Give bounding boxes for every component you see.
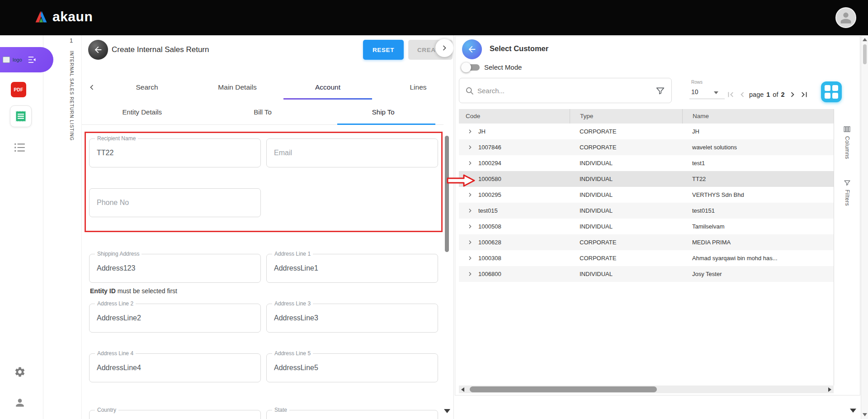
customer-table-row[interactable]: 1000308 CORPORATE Ahmad syarqawi bin moh…	[459, 250, 834, 266]
customer-table-header: Code Type Name	[459, 109, 834, 124]
email-input[interactable]	[267, 139, 438, 167]
row-expand-chevron[interactable]	[467, 129, 473, 134]
address-line-4-input[interactable]	[90, 354, 260, 382]
address-line-2-input[interactable]	[90, 304, 260, 332]
scroll-right-arrow[interactable]	[828, 387, 831, 392]
customer-table-row[interactable]: 1007846 CORPORATE wavelet solutions	[459, 139, 834, 155]
sidebar-logo-pill[interactable]: logo	[0, 47, 53, 72]
cell-code: 1000294	[478, 155, 501, 171]
subtab-entity-details[interactable]: Entity Details	[82, 100, 203, 124]
country-input[interactable]	[90, 410, 260, 419]
customer-table-row[interactable]: 1000508 INDIVIDUAL Tamilselvam	[459, 219, 834, 234]
reset-button[interactable]: RESET	[363, 40, 404, 60]
tab-lines[interactable]: Lines	[373, 75, 454, 100]
row-expand-chevron[interactable]	[467, 271, 473, 277]
subtab-ship-to[interactable]: Ship To	[323, 100, 443, 124]
horizontal-scroll-thumb[interactable]	[470, 386, 657, 392]
scroll-left-arrow[interactable]	[461, 387, 464, 392]
cell-type: CORPORATE	[570, 234, 682, 250]
filter-icon[interactable]	[656, 86, 665, 97]
scroll-up-arrow[interactable]	[863, 38, 867, 41]
tab-search[interactable]: Search	[102, 75, 192, 100]
row-expand-chevron[interactable]	[467, 144, 473, 150]
select-mode-toggle[interactable]	[462, 62, 481, 73]
subtab-bill-to[interactable]: Bill To	[203, 100, 323, 124]
row-expand-chevron[interactable]	[467, 192, 473, 198]
customer-table-body: JH CORPORATE JH 1007846 CORPORATE wavele…	[459, 124, 834, 282]
row-expand-chevron[interactable]	[467, 224, 473, 229]
row-expand-chevron[interactable]	[467, 208, 473, 214]
sidebar-item-pdf[interactable]: PDF	[11, 82, 26, 97]
brand[interactable]: akaun	[34, 9, 93, 24]
phone-input[interactable]	[90, 189, 260, 217]
header-type[interactable]: Type	[570, 109, 682, 124]
cell-name: JH	[682, 124, 834, 139]
state-field: State	[266, 410, 438, 419]
topbar: akaun	[0, 0, 868, 35]
grid-icon	[825, 85, 838, 99]
cell-type: INDIVIDUAL	[570, 187, 682, 203]
customer-table-row[interactable]: 1006800 INDIVIDUAL Josy Tester	[459, 266, 834, 282]
customer-table-row[interactable]: test015 INDIVIDUAL test0151	[459, 203, 834, 219]
tab-account[interactable]: Account	[283, 75, 373, 100]
form-vertical-scrollbar[interactable]	[445, 136, 449, 252]
previous-page-button[interactable]	[736, 89, 748, 100]
cell-type: INDIVIDUAL	[570, 219, 682, 234]
form-scroll-down-arrow[interactable]	[444, 409, 450, 413]
shipping-address-input[interactable]	[90, 254, 260, 282]
grid-view-button[interactable]	[821, 81, 842, 102]
panel-scroll-down-arrow[interactable]	[850, 409, 856, 413]
row-expand-chevron[interactable]	[467, 239, 473, 245]
brand-name: akaun	[52, 9, 93, 24]
sidebar-item-profile[interactable]	[14, 396, 26, 409]
tabs-scroll-right-button[interactable]	[435, 39, 453, 57]
document-tab-label: INTERNAL SALES RETURN LISTING	[69, 51, 74, 141]
sidebar-item-billing[interactable]	[10, 105, 32, 127]
scroll-down-arrow[interactable]	[863, 413, 867, 416]
left-sidebar: logo PDF	[0, 35, 43, 419]
filters-button[interactable]: Filters	[834, 179, 860, 206]
tab-main-details[interactable]: Main Details	[192, 75, 283, 100]
page-vertical-scrollbar[interactable]	[861, 35, 868, 419]
tabs-scroll-left-icon[interactable]	[82, 75, 102, 100]
table-horizontal-scrollbar[interactable]	[459, 386, 834, 393]
sidebar-item-listing[interactable]	[14, 142, 26, 153]
select-mode-label: Select Mode	[484, 63, 522, 71]
next-page-button[interactable]	[787, 89, 798, 100]
phone-field	[89, 188, 261, 217]
recipient-name-input[interactable]	[90, 139, 260, 167]
rows-per-page-select[interactable]: Rows 10	[689, 80, 726, 99]
customer-back-button[interactable]	[462, 39, 482, 59]
cell-name: wavelet solutions	[682, 139, 834, 155]
cell-type: CORPORATE	[570, 139, 682, 155]
row-expand-chevron[interactable]	[467, 176, 473, 182]
last-page-button[interactable]	[798, 89, 810, 100]
user-avatar[interactable]	[835, 7, 856, 28]
row-expand-chevron[interactable]	[467, 160, 473, 166]
app-root: akaun logo PDF	[0, 0, 868, 419]
address-line-1-input[interactable]	[267, 254, 438, 282]
page-scroll-thumb[interactable]	[863, 44, 867, 64]
of-word: of	[773, 91, 778, 98]
customer-table-row[interactable]: 1000294 INDIVIDUAL test1	[459, 155, 834, 171]
row-expand-chevron[interactable]	[467, 255, 473, 261]
customer-table-row[interactable]: 1000295 INDIVIDUAL VERTHYS Sdn Bhd	[459, 187, 834, 203]
address-line-3-input[interactable]	[267, 304, 438, 332]
funnel-icon	[844, 179, 851, 186]
customer-table-row[interactable]: 1000580 INDIVIDUAL TT22	[459, 171, 834, 187]
header-name[interactable]: Name	[682, 109, 834, 124]
search-input[interactable]	[477, 79, 649, 102]
header-code[interactable]: Code	[459, 109, 570, 124]
address-line-5-input[interactable]	[267, 354, 438, 382]
columns-button[interactable]: Columns	[834, 125, 860, 159]
back-button[interactable]	[88, 40, 108, 60]
table-side-tools: Columns Filters	[834, 109, 860, 386]
first-page-button[interactable]	[725, 89, 736, 100]
open-document-tab[interactable]: 1 INTERNAL SALES RETURN LISTING	[66, 37, 80, 381]
customer-table-row[interactable]: 1000628 CORPORATE MEDIA PRIMA	[459, 234, 834, 250]
customer-table-row[interactable]: JH CORPORATE JH	[459, 124, 834, 139]
filters-label: Filters	[844, 190, 850, 206]
cell-name: MEDIA PRIMA	[682, 234, 834, 250]
sidebar-item-settings[interactable]	[14, 366, 26, 378]
state-input[interactable]	[267, 410, 438, 419]
